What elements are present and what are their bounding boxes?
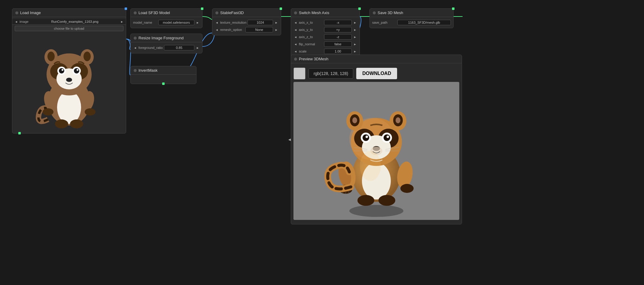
tex-right-btn[interactable]: ► [274,21,278,24]
output-connector[interactable] [125,8,127,10]
model-name-row: model_name model.safetensors ► [131,19,202,26]
axis-x-left-btn[interactable]: ◄ [293,21,298,24]
foreground-ratio-row: ◄ foreground_ratio 0.85 ► [131,44,202,51]
resize-header: Resize Image Foreground [131,34,202,42]
stablefast-header: StableFast3D [212,9,281,17]
3d-raccoon-render [301,82,451,220]
svg-point-9 [84,52,91,61]
axis-y-label: axis_y_to [299,28,323,32]
bottom-left-connector[interactable] [18,132,21,134]
3d-preview-area [293,82,459,220]
svg-point-58 [378,195,395,206]
axis-y-right-btn[interactable]: ► [353,28,357,32]
image-label: image [20,20,29,23]
load-image-body: ◄ image RunComfy_examples_1163.png ► cho… [12,17,126,133]
ratio-right-btn[interactable]: ► [196,46,200,50]
model-name-btn[interactable]: ► [196,21,200,24]
node-status-dot [215,11,218,14]
resize-handle-left[interactable]: ◄ [287,137,292,142]
axis-z-row: ◄ axis_z_to -z ► [291,33,360,40]
axis-x-right-btn[interactable]: ► [353,21,357,24]
remesh-right-btn[interactable]: ► [274,28,278,32]
axis-x-value: -x [324,20,352,25]
switch-mesh-header: Switch Mesh Axis [291,9,360,17]
stablefast-body: ◄ texture_resolution 1024 ► ◄ remesh_opt… [212,17,281,35]
invert-title: InvertMask [138,68,158,73]
next-image-btn[interactable]: ► [120,20,124,23]
svg-point-15 [77,69,78,71]
flip-normal-row: ◄ flip_normal false ► [291,40,360,48]
output-connector[interactable] [452,8,454,10]
svg-point-13 [74,68,79,74]
raccoon-image [30,35,108,128]
svg-point-21 [55,119,68,128]
preview-3d-title: Preview 3DMesh [299,57,328,61]
download-button[interactable]: DOWNLOAD [356,68,397,79]
stablefast-title: StableFast3D [220,10,244,15]
color-value: rgb(128, 128, 128) [308,68,353,79]
save-path-label: save_path [372,21,396,24]
axis-z-right-btn[interactable]: ► [353,35,357,39]
bottom-connector[interactable] [162,82,165,85]
resize-body: ◄ foreground_ratio 0.85 ► [131,42,202,53]
svg-point-45 [388,136,389,137]
load-sf3d-title: Load SF3D Model [138,10,170,15]
node-status-dot [373,11,376,14]
svg-point-19 [43,108,53,116]
flip-normal-value: false [324,41,352,47]
svg-point-1 [57,91,81,124]
output-connector[interactable] [280,8,282,10]
tex-left-btn[interactable]: ◄ [215,21,219,24]
model-name-value: model.safetensors [158,20,194,25]
load-sf3d-header: Load SF3D Model [131,9,202,17]
flip-right-btn[interactable]: ► [353,43,357,46]
flip-normal-label: flip_normal [299,42,323,46]
scale-left-btn[interactable]: ◄ [293,50,298,53]
load-sf3d-body: model_name model.safetensors ► [131,17,202,28]
flip-left-btn[interactable]: ◄ [293,43,298,46]
svg-point-44 [367,136,368,137]
stablefast3d-node: StableFast3D ◄ texture_resolution 1024 ►… [212,8,281,35]
node-status-dot [134,69,137,72]
svg-point-56 [400,184,414,193]
load-image-title: Load Image [20,10,41,15]
axis-y-left-btn[interactable]: ◄ [293,28,298,32]
node-status-dot [134,11,137,14]
save-mesh-title: Save 3D Mesh [378,10,403,15]
preview-controls: rgb(128, 128, 128) DOWNLOAD [291,65,462,82]
axis-z-value: -z [324,34,352,40]
color-swatch[interactable] [293,68,305,80]
invert-header: InvertMask [131,66,196,75]
resize-title: Resize Image Foreground [138,36,184,40]
svg-point-12 [59,68,64,74]
axis-z-left-btn[interactable]: ◄ [293,35,298,39]
svg-point-23 [349,205,403,217]
load-image-header: Load Image [12,9,126,17]
prev-image-btn[interactable]: ◄ [14,20,18,23]
choose-file-btn[interactable]: choose file to upload [15,26,123,31]
axis-x-row: ◄ axis_x_to -x ► [291,19,360,26]
svg-point-22 [70,119,83,128]
model-name-label: model_name [133,21,157,24]
axis-z-label: axis_z_to [299,35,323,39]
svg-point-16 [66,78,72,82]
node-status-dot [294,11,297,14]
output-connector[interactable] [201,8,203,10]
axis-y-row: ◄ axis_y_to +y ► [291,26,360,33]
ratio-left-btn[interactable]: ◄ [133,46,137,50]
image-filename: RunComfy_examples_1163.png [31,20,119,23]
svg-point-37 [396,117,400,123]
remesh-left-btn[interactable]: ◄ [215,28,219,32]
scale-right-btn[interactable]: ► [353,50,357,53]
remesh-label: remesh_option [220,28,244,32]
axis-x-label: axis_x_to [299,21,323,24]
save-path-row: save_path 1163_SF3D/mesh.glb [370,19,453,26]
svg-point-36 [352,117,357,123]
texture-res-label: texture_resolution [220,21,246,24]
svg-point-8 [47,52,55,61]
output-connector[interactable] [358,8,361,10]
save-mesh-header: Save 3D Mesh [370,9,453,17]
preview-3d-body: rgb(128, 128, 128) DOWNLOAD [291,63,462,224]
preview-3d-node: Preview 3DMesh ◄ rgb(128, 128, 128) DOWN… [291,55,462,224]
axis-y-value: +y [324,27,352,32]
